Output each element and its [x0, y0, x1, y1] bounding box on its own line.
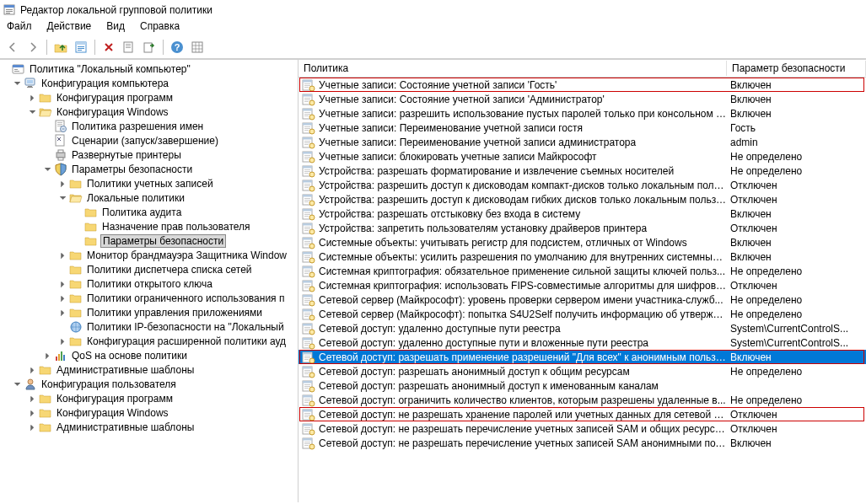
list-row[interactable]: Системные объекты: учитывать регистр для…	[299, 235, 866, 249]
list-row[interactable]: Сетевой доступ: не разрешать перечислени…	[299, 421, 866, 436]
toggle-icon[interactable]: ⏷	[57, 192, 69, 204]
tree-windows-config[interactable]: Конфигурация Windows	[55, 106, 170, 118]
tree-audit-policy[interactable]: Политика аудита	[100, 206, 183, 218]
list-row[interactable]: Учетные записи: блокировать учетные запи…	[299, 149, 866, 164]
list-row[interactable]: Сетевой сервер (Майкрософт): попытка S4U…	[299, 307, 866, 321]
tree-qos[interactable]: QoS на основе политики	[70, 350, 189, 362]
list-body[interactable]: Учетные записи: Состояние учетной записи…	[299, 78, 866, 502]
tree-admin-templates[interactable]: Административные шаблоны	[55, 364, 196, 376]
tree-public-key[interactable]: Политики открытого ключа	[85, 278, 214, 290]
delete-button[interactable]	[100, 38, 118, 56]
toggle-icon[interactable]: ⏷	[12, 78, 24, 89]
toggle-icon[interactable]: ⏵	[57, 178, 69, 190]
policy-value: Отключен	[727, 194, 866, 206]
tree-admin-templates-user[interactable]: Административные шаблоны	[55, 421, 196, 433]
toggle-icon[interactable]: ⏵	[27, 364, 39, 376]
list-row[interactable]: Учетные записи: Переименование учетной з…	[299, 121, 866, 135]
tree-computer-config[interactable]: Конфигурация компьютера	[40, 78, 170, 89]
tree-ipsec[interactable]: Политики IP-безопасности на "Локальный	[85, 321, 286, 333]
list-row[interactable]: Системная криптография: обязательное при…	[299, 264, 866, 278]
tree-printers[interactable]: Развернутые принтеры	[70, 149, 183, 161]
list-row[interactable]: Сетевой доступ: не разрешать хранение па…	[299, 407, 866, 421]
tree-firewall-monitor[interactable]: Монитор брандмауэра Защитника Window	[85, 249, 288, 261]
list-row[interactable]: Устройства: разрешать отстыковку без вхо…	[299, 206, 866, 221]
tree-network-list[interactable]: Политики диспетчера списка сетей	[85, 264, 254, 276]
toggle-icon[interactable]: ⏵	[27, 92, 39, 104]
toggle-icon[interactable]: ⏷	[42, 164, 54, 175]
show-hide-tree-button[interactable]	[72, 38, 90, 56]
menu-view[interactable]: Вид	[106, 20, 125, 34]
toggle-icon[interactable]: ⏷	[12, 378, 24, 390]
list-row[interactable]: Учетные записи: Состояние учетной записи…	[299, 92, 866, 106]
help-button[interactable]	[168, 38, 186, 56]
tree-scripts[interactable]: Сценарии (запуск/завершение)	[70, 135, 220, 147]
list-row[interactable]: Учетные записи: разрешить использование …	[299, 106, 866, 121]
policy-item-icon	[302, 351, 315, 364]
toggle-icon[interactable]: ⏵	[57, 335, 69, 347]
tree-security-options[interactable]: Параметры безопасности	[100, 234, 226, 248]
folder-icon	[69, 177, 83, 190]
toggle-icon[interactable]: ⏷	[27, 106, 39, 118]
back-button[interactable]	[3, 38, 22, 56]
toggle-icon[interactable]: ⏵	[27, 421, 39, 433]
folder-icon	[69, 277, 83, 291]
tree-advanced-audit[interactable]: Конфигурация расширенной политики ауд	[85, 335, 288, 347]
list-row[interactable]: Устройства: запретить пользователям уста…	[299, 221, 866, 235]
policy-value: Не определено	[727, 165, 866, 177]
tree-software-restriction[interactable]: Политики ограниченного использования п	[85, 292, 286, 304]
toggle-icon[interactable]: ⏵	[57, 307, 69, 319]
list-row[interactable]: Устройства: разрешать форматирование и и…	[299, 164, 866, 178]
toggle-icon[interactable]: ⏵	[57, 292, 69, 304]
folder-icon	[39, 406, 52, 420]
list-row[interactable]: Системные объекты: усилить разрешения по…	[299, 249, 866, 264]
tree-program-config[interactable]: Конфигурация программ	[55, 92, 175, 104]
grid-button[interactable]	[188, 38, 207, 56]
list-row[interactable]: Сетевой доступ: удаленно доступные пути …	[299, 321, 866, 335]
list-row[interactable]: Устройства: разрешить доступ к дисковода…	[299, 178, 866, 192]
tree-app-control[interactable]: Политики управления приложениями	[85, 307, 264, 319]
toggle-icon[interactable]: ⏵	[27, 407, 39, 419]
tree-user-rights[interactable]: Назначение прав пользователя	[100, 221, 252, 233]
tree-pane[interactable]: ▶Политика "Локальный компьютер" ⏷Конфигу…	[0, 60, 299, 502]
tree-program-config-user[interactable]: Конфигурация программ	[55, 393, 175, 405]
tree-local-policies[interactable]: Локальные политики	[85, 192, 186, 204]
list-row[interactable]: Сетевой доступ: удаленно доступные пути …	[299, 335, 866, 350]
export-button[interactable]	[140, 38, 159, 56]
toggle-icon[interactable]: ⏵	[57, 249, 69, 261]
list-row[interactable]: Системная криптография: использовать FIP…	[299, 278, 866, 292]
toggle-icon[interactable]: ⏵	[27, 393, 39, 405]
policy-item-icon	[302, 437, 315, 450]
column-security-param[interactable]: Параметр безопасности	[727, 61, 866, 76]
tree-user-config[interactable]: Конфигурация пользователя	[40, 378, 178, 390]
list-row[interactable]: Учетные записи: Переименование учетной з…	[299, 135, 866, 149]
tree-name-resolution[interactable]: Политика разрешения имен	[70, 121, 205, 132]
tree-root[interactable]: Политика "Локальный компьютер"	[28, 63, 192, 75]
properties-button[interactable]	[120, 38, 138, 56]
list-row[interactable]: Сетевой доступ: ограничить количество кл…	[299, 393, 866, 407]
toggle-icon[interactable]: ⏵	[42, 350, 54, 362]
list-row[interactable]: Устройства: разрешить доступ к дисковода…	[299, 192, 866, 206]
list-pane: Политика Параметр безопасности Учетные з…	[299, 60, 866, 502]
policy-name: Учетные записи: Состояние учетной записи…	[319, 94, 727, 105]
toggle-icon[interactable]: ⏵	[57, 278, 69, 290]
policy-item-icon	[302, 394, 315, 407]
list-row[interactable]: Сетевой сервер (Майкрософт): уровень про…	[299, 292, 866, 307]
menu-action[interactable]: Действие	[47, 20, 92, 34]
tree-windows-config-user[interactable]: Конфигурация Windows	[55, 407, 170, 419]
menu-file[interactable]: Файл	[7, 20, 32, 34]
list-header: Политика Параметр безопасности	[299, 60, 866, 78]
column-policy[interactable]: Политика	[299, 61, 727, 76]
menu-help[interactable]: Справка	[140, 20, 180, 34]
policy-item-icon	[302, 236, 315, 249]
list-row[interactable]: Сетевой доступ: разрешать анонимный дост…	[299, 364, 866, 378]
tree-account-policies[interactable]: Политики учетных записей	[85, 178, 215, 190]
list-row[interactable]: Сетевой доступ: разрешать анонимный дост…	[299, 378, 866, 393]
up-level-button[interactable]	[51, 38, 70, 56]
forward-button[interactable]	[24, 38, 42, 56]
list-row[interactable]: Учетные записи: Состояние учетной записи…	[299, 78, 866, 92]
folder-open-icon	[39, 105, 52, 119]
computer-icon	[24, 77, 37, 90]
list-row[interactable]: Сетевой доступ: разрешать применение раз…	[299, 350, 866, 364]
tree-security-settings[interactable]: Параметры безопасности	[70, 164, 194, 175]
list-row[interactable]: Сетевой доступ: не разрешать перечислени…	[299, 436, 866, 450]
